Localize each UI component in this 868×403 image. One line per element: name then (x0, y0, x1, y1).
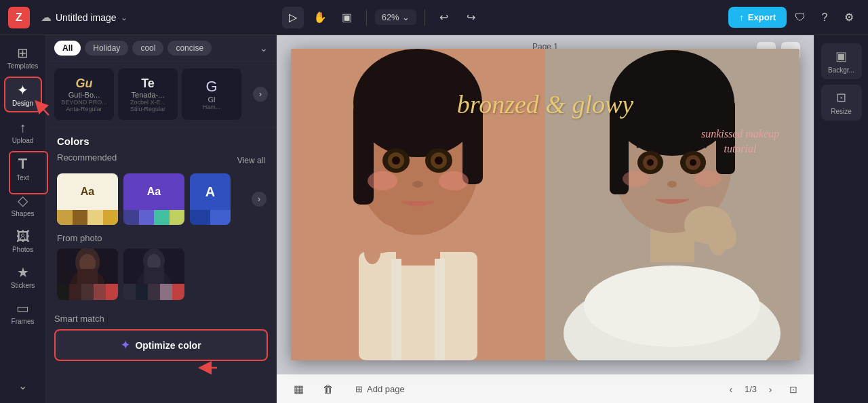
title-area: ☁ Untitled image ⌄ (41, 11, 277, 24)
sidebar-item-templates[interactable]: ⊞ Templates (4, 41, 42, 74)
canvas-photo-left (291, 49, 545, 360)
svg-point-32 (584, 266, 760, 347)
prev-page-button[interactable]: ‹ (723, 381, 739, 398)
export-button[interactable]: ↑ Export (728, 7, 787, 28)
settings-button[interactable]: ⚙ (838, 7, 860, 28)
swatch (123, 284, 136, 300)
swatch (57, 284, 69, 300)
swatch (190, 210, 210, 225)
sidebar-item-frames-label: Frames (12, 318, 35, 325)
sidebar-item-upload[interactable]: ↑ Upload (4, 115, 42, 148)
resize-panel-item[interactable]: ⊡ Resize (821, 85, 862, 121)
photo-palette-1[interactable] (123, 249, 184, 300)
filter-holiday-button[interactable]: Holiday (85, 41, 128, 56)
text-icon: T (18, 156, 27, 171)
svg-point-24 (368, 171, 397, 190)
title-chevron-icon[interactable]: ⌄ (121, 13, 127, 22)
svg-point-43 (690, 159, 696, 166)
svg-point-42 (647, 159, 654, 166)
canvas-area: Page 1 ⊡ ··· (277, 35, 814, 403)
background-icon: ▣ (835, 49, 847, 64)
swatch (103, 210, 119, 225)
export-label: Export (748, 12, 776, 22)
delete-page-button[interactable]: 🗑 (317, 379, 339, 400)
font-card-1[interactable]: Te Tenada-... Zocbel X-E... Stilu-Regula… (118, 68, 178, 120)
right-panel: ▣ Backgr... ⊡ Resize (814, 35, 868, 403)
svg-rect-15 (353, 103, 374, 205)
palette-preview-0: Aa (57, 173, 118, 210)
sidebar-item-text[interactable]: T Text (4, 151, 42, 186)
optimize-color-button[interactable]: ✦ Optimize color (54, 329, 268, 361)
frames-icon: ▭ (16, 301, 29, 315)
redo-button[interactable]: ↪ (460, 7, 482, 28)
sidebar-item-stickers-label: Stickers (11, 282, 35, 289)
font-card-2[interactable]: G Gl Ham... (182, 68, 241, 120)
toolbar-divider (366, 9, 367, 26)
canvas-photo-right (545, 49, 800, 360)
from-photo-label: From photo (57, 233, 265, 243)
sidebar-item-stickers[interactable]: ★ Stickers (4, 260, 42, 293)
zoom-value: 62% (382, 12, 399, 22)
svg-point-27 (364, 240, 380, 264)
font-cards-next-button[interactable]: › (253, 87, 268, 102)
palette-card-1[interactable]: Aa (123, 173, 184, 225)
select-tool-button[interactable]: ▷ (282, 7, 304, 28)
upload-icon: ↑ (20, 121, 26, 134)
filter-chevron-icon[interactable]: ⌄ (260, 43, 268, 54)
font-preview-1: Te (141, 77, 155, 91)
colors-section: Colors Recommended View all Aa (46, 127, 276, 314)
topbar: Z ☁ Untitled image ⌄ ▷ ✋ ▣ 62% ⌄ ↩ ↪ ↑ E… (0, 0, 868, 35)
font-sub-0: BEYOND PRO... (61, 99, 107, 106)
sidebar-item-frames[interactable]: ▭ Frames (4, 296, 42, 329)
filter-cool-button[interactable]: cool (132, 41, 163, 56)
palette-next-button[interactable]: › (252, 192, 267, 207)
swatch (154, 210, 170, 225)
background-label: Backgr... (828, 66, 854, 74)
frame-tool-button[interactable]: ▣ (336, 7, 358, 28)
sidebar-item-design[interactable]: ✦ Design (4, 77, 42, 112)
font-name-2: Gl (186, 96, 237, 104)
photo-palette-0[interactable] (57, 249, 118, 300)
filter-all-button[interactable]: All (54, 41, 81, 56)
font-preview-2: G (205, 78, 217, 96)
font-name-1: Tenada-... (122, 91, 174, 99)
hand-tool-button[interactable]: ✋ (309, 7, 331, 28)
recommended-label: Recommended (57, 152, 117, 163)
sidebar-item-upload-label: Upload (12, 137, 34, 144)
zoom-control[interactable]: 62% ⌄ (375, 9, 416, 25)
svg-point-44 (667, 181, 677, 188)
sparkle-icon: ✦ (121, 339, 130, 352)
page-navigation: ‹ 1/3 › ⊡ (723, 380, 803, 399)
swatch (94, 284, 106, 300)
undo-button[interactable]: ↩ (433, 7, 455, 28)
sidebar-item-shapes[interactable]: ◇ Shapes (4, 188, 42, 221)
zoom-chevron-icon: ⌄ (402, 12, 410, 22)
grid-view-button[interactable]: ▦ (288, 379, 309, 400)
swatch (172, 284, 184, 300)
font-card-0[interactable]: Gu Guti-Bo... BEYOND PRO... Anta-Regular (54, 68, 114, 120)
add-page-button[interactable]: ⊞ Add page (347, 380, 413, 398)
svg-point-25 (439, 171, 469, 190)
font-name-0: Guti-Bo... (58, 91, 110, 99)
sidebar-item-photos[interactable]: 🖼 Photos (4, 224, 42, 257)
resize-icon: ⊡ (836, 90, 846, 105)
document-title[interactable]: Untitled image (56, 12, 117, 23)
canvas-inner[interactable]: Page 1 ⊡ ··· (277, 35, 814, 374)
shield-icon-button[interactable]: 🛡 (789, 7, 811, 28)
swatch (123, 210, 139, 225)
palette-card-2[interactable]: A (190, 173, 231, 225)
sidebar-more-button[interactable]: ⌄ (13, 374, 33, 398)
help-button[interactable]: ? (814, 7, 835, 28)
next-page-button[interactable]: › (762, 381, 778, 398)
filter-bar: All Holiday cool concise ⌄ (46, 35, 276, 62)
design-canvas[interactable]: bronzed & glowy sunkissed makeup tutoria… (291, 49, 800, 360)
swatch (106, 284, 118, 300)
background-panel-item[interactable]: ▣ Backgr... (821, 43, 862, 79)
palette-card-0[interactable]: Aa (57, 173, 118, 225)
view-all-button[interactable]: View all (237, 156, 265, 165)
svg-point-45 (623, 171, 650, 187)
palette-swatches-2 (190, 210, 231, 225)
filter-concise-button[interactable]: concise (167, 41, 212, 56)
fit-page-button[interactable]: ⊡ (784, 380, 803, 399)
swatch (73, 210, 88, 225)
